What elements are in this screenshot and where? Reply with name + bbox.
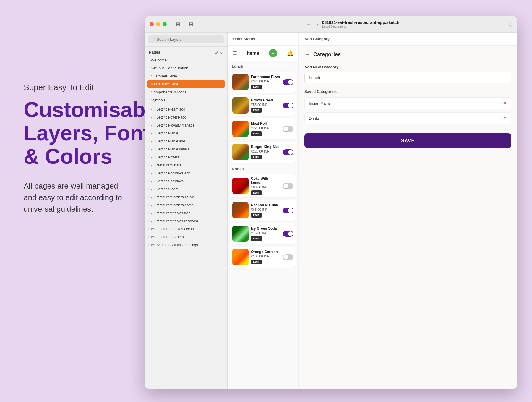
layers-list: › ▭ Settings-team add › ▭ Settings-offer…	[145, 104, 227, 389]
category-inner: ← Categories Add New Category Saved Cate…	[299, 46, 517, 389]
chevron-right-icon: ›	[148, 132, 149, 135]
sidebar: 🔍 Pages ⊕ ⌄ Welcome Setup & Configuratio…	[145, 33, 228, 389]
save-button[interactable]: SAVE	[304, 133, 511, 148]
pages-header: Pages ⊕ ⌄	[145, 47, 227, 56]
layer-item[interactable]: › ▭ restaurant-tables-free	[145, 209, 227, 217]
food-price: ₹225.00 INR	[251, 126, 280, 130]
drinks-section-label: Drinks	[228, 164, 298, 173]
layer-frame-icon: ▭	[151, 131, 155, 135]
remove-category-button[interactable]: ✕	[503, 116, 507, 121]
layer-item[interactable]: › ▭ Settings-loyalty-manage	[145, 121, 227, 129]
edit-button[interactable]: EDIT	[251, 131, 262, 136]
page-customer[interactable]: Customer Slide	[145, 72, 227, 80]
edit-button[interactable]: EDIT	[251, 260, 262, 264]
food-item-coke: Coke With Lemon ₹80.00 INR EDIT	[230, 174, 296, 197]
menu-icon[interactable]: ☰	[232, 50, 237, 56]
layer-item[interactable]: › ▭ Settings-team	[145, 185, 227, 193]
layer-frame-icon: ▭	[151, 115, 155, 119]
chevron-down-icon[interactable]: ⌄	[220, 50, 223, 54]
chevron-right-icon: ›	[148, 171, 149, 175]
toggle-bread[interactable]	[283, 103, 293, 108]
food-name: Meat Roll	[251, 121, 280, 126]
edit-button[interactable]: EDIT	[251, 155, 262, 159]
saved-categories-label: Saved Categories	[304, 89, 511, 94]
edit-button[interactable]: EDIT	[251, 108, 262, 113]
page-setup[interactable]: Setup & Configuration	[145, 64, 227, 72]
layer-item[interactable]: › ▭ restaurant-tables-occupi...	[145, 225, 227, 233]
add-button[interactable]: +	[305, 20, 313, 28]
toggle-green[interactable]	[283, 231, 293, 237]
layer-item[interactable]: › ▭ Settings-table	[145, 129, 227, 137]
layer-item[interactable]: › ▭ restaurant-orders	[145, 233, 227, 241]
layer-item[interactable]: › ▭ Settings-table add	[145, 137, 227, 145]
add-page-icon[interactable]: ⊕	[214, 50, 218, 54]
layer-item[interactable]: › ▭ Settings-Automate timings	[145, 241, 227, 249]
layer-item[interactable]: › ▭ restaurant-orders-compl...	[145, 201, 227, 209]
layer-item[interactable]: › ▭ Settings-team add	[145, 105, 227, 113]
edit-button[interactable]: EDIT	[251, 236, 262, 241]
edit-button[interactable]: EDIT	[251, 213, 262, 218]
layer-item[interactable]: › ▭ Settings-offers	[145, 153, 227, 161]
caret-icon: ▾	[317, 22, 319, 27]
toggle-coke[interactable]	[283, 183, 293, 189]
layer-item[interactable]: › ▭ Settings-holidays	[145, 177, 227, 185]
layer-item[interactable]: › ▭ Settings-table details	[145, 145, 227, 153]
remove-category-button[interactable]: ✕	[503, 100, 507, 106]
toggle-roll[interactable]	[283, 126, 293, 132]
page-welcome[interactable]: Welcome	[145, 56, 227, 64]
toggle-redhouse[interactable]	[283, 208, 293, 213]
edit-button[interactable]: EDIT	[251, 85, 262, 89]
food-info: Orange Garnish ₹100.00 INR EDIT	[251, 250, 280, 264]
layer-item[interactable]: › ▭ Settings-offers-add	[145, 113, 227, 121]
layer-item[interactable]: › ▭ restaurant-tables-reserved	[145, 217, 227, 225]
chevron-right-icon: ›	[148, 227, 149, 231]
sidebar-toggle-icon[interactable]: ⊞	[173, 21, 183, 28]
diamond-icon: ◇	[508, 21, 512, 27]
layer-item[interactable]: › ▭ restaurant-orders-active	[145, 193, 227, 201]
category-tag-indian-mains: Indian Mains ✕	[304, 97, 511, 109]
search-input[interactable]	[148, 35, 224, 43]
food-info: Redhouse Drink ₹65.00 INR EDIT	[251, 203, 280, 218]
toggle-orange[interactable]	[283, 254, 293, 260]
toggle-burger[interactable]	[283, 149, 293, 155]
food-name: Burger King Size	[251, 145, 280, 149]
back-arrow-icon[interactable]: ←	[304, 51, 310, 58]
food-item-orange-garnish: Orange Garnish ₹100.00 INR EDIT	[230, 247, 296, 268]
toolbar-icons: ⊞ ⊟	[173, 21, 196, 28]
minimize-button[interactable]	[156, 22, 160, 26]
grid-icon[interactable]: ⊟	[186, 21, 196, 28]
page-restaurant[interactable]: Restaurant Side	[147, 80, 225, 88]
add-item-button[interactable]: +	[269, 49, 277, 57]
page-components[interactable]: Components & Icons	[145, 88, 227, 96]
title-bar: ⊞ ⊟ + ▾ 081821-eat-fresh-restaurant-app.…	[145, 16, 517, 33]
chevron-right-icon: ›	[148, 211, 149, 215]
category-input[interactable]	[304, 72, 511, 83]
pages-label: Pages	[149, 50, 160, 54]
categories-title: Categories	[313, 51, 341, 58]
layer-frame-icon: ▭	[151, 227, 155, 231]
edit-button[interactable]: EDIT	[251, 190, 262, 195]
close-button[interactable]	[150, 22, 154, 26]
main-window: ⊞ ⊟ + ▾ 081821-eat-fresh-restaurant-app.…	[145, 16, 517, 389]
food-price: ₹80.00 INR	[251, 185, 280, 189]
page-symbols[interactable]: Symbols	[145, 96, 227, 104]
food-info: Farmhouse Pizza ₹320.00 INR EDIT	[251, 75, 280, 89]
food-name: Icy Green Soda	[251, 226, 280, 231]
food-image-reddrink	[232, 202, 249, 218]
category-nav: ← Categories	[304, 51, 511, 58]
food-price: ₹75.00 INR	[251, 231, 280, 235]
window-body: 🔍 Pages ⊕ ⌄ Welcome Setup & Configuratio…	[145, 33, 517, 389]
food-image-green	[232, 226, 249, 242]
layer-item[interactable]: › ▭ Settings-holidays-add	[145, 169, 227, 177]
food-name: Farmhouse Pizza	[251, 75, 280, 79]
notification-icon[interactable]: 🔔	[287, 50, 293, 56]
items-panel: Items Status ☰ Items + 🔔 Lunch Farm	[228, 33, 299, 389]
food-price: ₹120.00 INR	[251, 150, 280, 153]
layer-item[interactable]: › ▭ restaurant-stats	[145, 161, 227, 169]
toggle-pizza[interactable]	[283, 79, 293, 85]
category-name: Drinks	[309, 116, 320, 121]
layer-frame-icon: ▭	[151, 171, 155, 175]
layer-frame-icon: ▭	[151, 243, 155, 247]
chevron-right-icon: ›	[148, 179, 149, 183]
maximize-button[interactable]	[163, 22, 167, 26]
